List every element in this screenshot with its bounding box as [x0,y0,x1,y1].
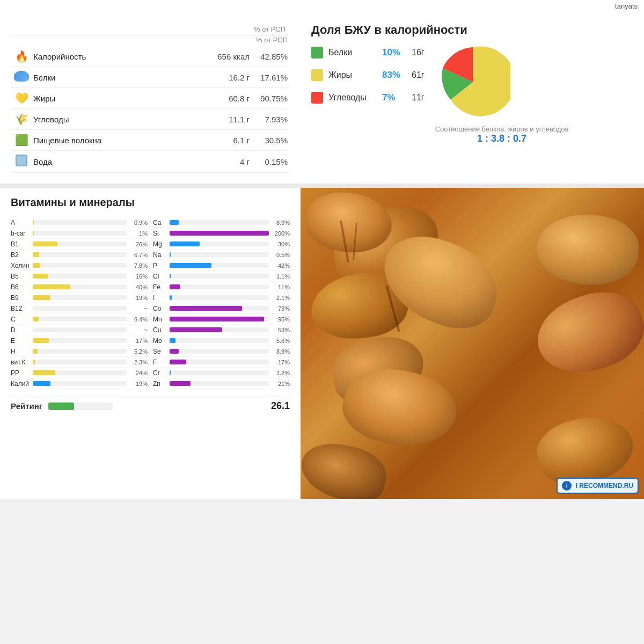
mineral-bar [170,306,242,311]
mineral-bar-container [170,349,269,354]
mineral-bar-container [170,327,269,332]
mineral-row: Co 73% [153,303,290,314]
row-percent: 17.61% [253,73,288,82]
vitamins-right: Ca 8.9% Si 200% Mg 30% Na 0.5% P 42% Cl [153,217,290,389]
vitamin-bar-container [33,252,127,257]
vitamin-row: PP 24% [11,368,148,378]
row-value: 60.8 г [207,94,250,103]
vitamin-percent: 1% [128,230,148,237]
bju-item: Белки 10% 16г [311,45,425,61]
mineral-percent: 73% [270,305,290,312]
nutrition-panel: % от РСП % от РСП 🔥 Калорийность 656 кка… [0,18,301,178]
mineral-row: F 17% [153,357,290,368]
nutrition-table: % от РСП [11,23,290,36]
mineral-percent: 8.9% [270,219,290,226]
bju-chart-area: Белки 10% 16г Жиры 83% 61г Углеводы 7% 1… [311,45,633,144]
mineral-bar-container [170,295,269,300]
vitamin-name: вит.К [11,358,31,366]
rsp-header: % от РСП [41,23,290,36]
mineral-row: Mg 30% [153,239,290,250]
mineral-bar [170,241,200,246]
bju-item: Углеводы 7% 11г [311,90,425,106]
mineral-percent: 42% [270,262,290,269]
vitamin-row: C 6.4% [11,314,148,325]
mineral-percent: 5.6% [270,338,290,344]
mineral-name: Na [153,251,168,259]
mineral-name: Cr [153,369,168,377]
bju-chart-right: Соотношение белков, жиров и углеводов 1 … [435,45,569,144]
bottom-section: Витамины и минералы A 0.9% b-car 1% B1 2… [0,188,644,499]
mineral-percent: 30% [270,241,290,247]
vitamin-bar [33,263,40,268]
vitamin-bar [33,274,48,279]
mineral-bar-container [170,338,269,343]
nutrition-row: Белки 16.2 г 17.61% [11,67,290,88]
vitamin-name: H [11,348,31,355]
bju-item-name: Жиры [328,70,377,80]
vitamin-name: E [11,337,31,345]
mineral-bar [170,263,211,268]
recommend-icon: i [562,481,572,491]
vitamin-row: Холин 7.8% [11,260,148,271]
mineral-percent: 1.2% [270,370,290,376]
vitamin-bar-container [33,327,127,332]
mineral-bar-container [170,241,269,246]
nutrition-row: Вода 4 г 0.15% [11,151,290,173]
vitamin-row: D ~ [11,325,148,335]
rating-value: 26.1 [271,400,290,412]
vitamin-bar-container [33,360,127,364]
bju-item-name: Белки [328,48,377,57]
mineral-row: Cu 53% [153,325,290,335]
mineral-bar [170,220,179,225]
main-content: % от РСП % от РСП 🔥 Калорийность 656 кка… [0,12,644,184]
nutrition-row: 🟩 Пищевые волокна 6.1 г 30.5% [11,130,290,151]
mineral-name: Cl [153,273,168,280]
vitamin-bar-container [33,381,127,386]
vitamin-bar-container [33,306,127,311]
mineral-percent: 200% [270,230,290,237]
bju-color [311,47,323,58]
row-icon: 🔥 [13,50,30,63]
vitamin-bar-container [33,241,127,246]
mineral-bar-container [170,381,269,386]
mineral-row: Mn 95% [153,314,290,325]
mineral-row: P 42% [153,260,290,271]
vitamin-row: B6 40% [11,282,148,292]
mineral-bar [170,274,171,279]
mineral-percent: 2.1% [270,295,290,301]
vitamin-bar-container [33,295,127,300]
rating-row: Рейтинг 26.1 [11,397,290,412]
vitamin-name: Калий [11,380,31,387]
vitamin-bar [33,252,39,257]
row-value: 4 г [207,157,250,166]
vitamins-left: A 0.9% b-car 1% B1 26% B2 6.7% Холин 7.8… [11,217,148,389]
vitamin-name: PP [11,369,31,377]
nutrition-row: 🌾 Углеводы 11.1 г 7.93% [11,109,290,130]
vitamin-bar [33,370,55,375]
row-percent: 7.93% [253,115,288,124]
mineral-bar [170,370,171,375]
mineral-row: Na 0.5% [153,250,290,260]
mineral-bar [170,284,180,289]
row-name: Белки [33,73,203,82]
vitamin-percent: 2.3% [128,359,148,365]
mineral-bar-container [170,306,269,311]
row-percent: 30.5% [253,136,288,145]
vitamin-bar-container [33,349,127,354]
walnut-background [301,188,644,499]
mineral-row: Mo 5.6% [153,335,290,346]
vitamin-row: A 0.9% [11,217,148,228]
nutrition-row: 🔥 Калорийность 656 ккал 42.85% [11,46,290,67]
mineral-bar [170,360,186,364]
vitamin-bar-container [33,338,127,343]
vitamin-bar [33,360,35,364]
rating-bar [48,402,74,410]
vitamin-bar-container [33,370,127,375]
vitamin-percent: 7.8% [128,262,148,269]
recommend-badge: i I RECOMMEND.RU [557,478,639,494]
row-value: 16.2 г [207,73,250,82]
mineral-percent: 11% [270,284,290,290]
bju-panel: Доля БЖУ в калорийности Белки 10% 16г Жи… [301,18,644,178]
mineral-name: Co [153,305,168,312]
mineral-bar [170,381,191,386]
